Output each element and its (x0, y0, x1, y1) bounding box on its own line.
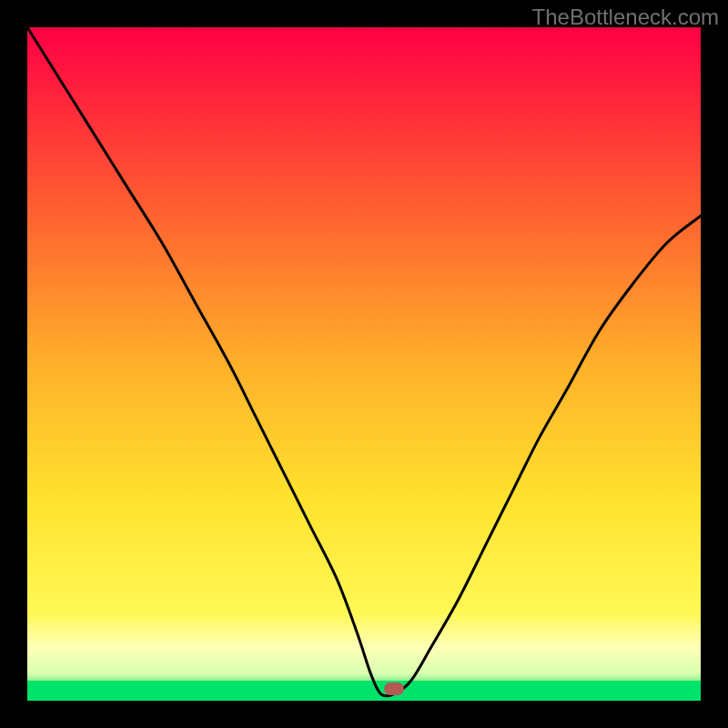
chart-stage: TheBottleneck.com (0, 0, 728, 728)
attribution-text: TheBottleneck.com (532, 5, 719, 30)
minimum-marker (384, 682, 404, 695)
plot-area (27, 27, 701, 701)
curve-svg (27, 27, 701, 701)
bottleneck-curve (27, 27, 701, 696)
